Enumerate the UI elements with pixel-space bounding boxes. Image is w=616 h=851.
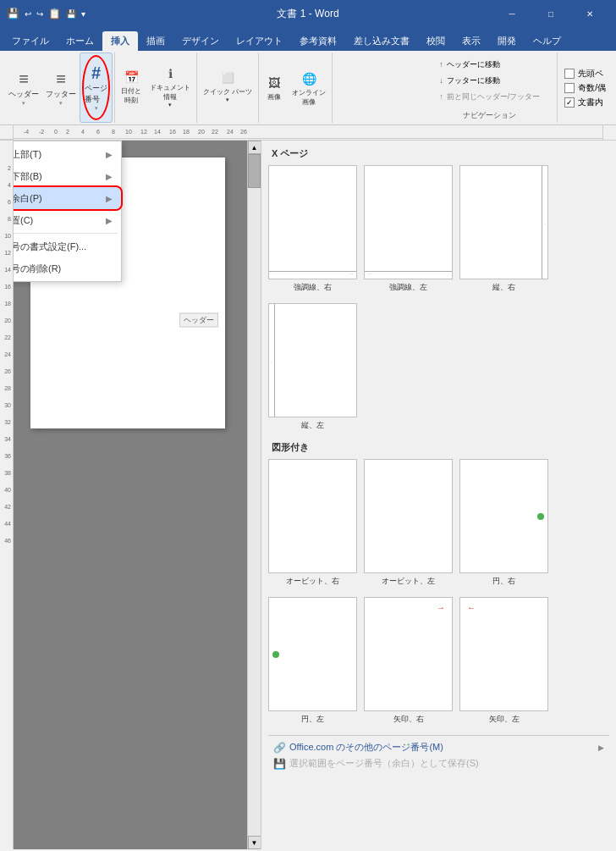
preview-thumb-arrow-left: ←	[459, 597, 548, 711]
tab-developer[interactable]: 開発	[489, 31, 525, 51]
save2-icon[interactable]: 💾	[66, 9, 76, 19]
main-content-area: 2 4 6 8 10 12 14 16 18 20 22 24 26 28 30…	[0, 141, 616, 849]
section-label-shapes: 図形付き	[268, 441, 609, 454]
ribbon-toolbar: ≡ ヘッダー ▾ ≡ フッター ▾ # ページ番号 ▾ 📅 日付と時刻 ℹ ドキ…	[0, 51, 616, 125]
title-bar: 💾 ↩ ↪ 📋 💾 ▾ 文書 1 - Word ─ □ ✕	[0, 0, 616, 27]
menu-page-top-label: ページの上部(T)	[14, 148, 41, 161]
tab-layout[interactable]: レイアウト	[228, 31, 291, 51]
submenu-arrow-2: ▶	[106, 172, 113, 181]
preview-label-orbit-right: オービット、右	[286, 576, 339, 587]
check-firstpage[interactable]: 先頭ペ	[564, 68, 606, 80]
goto-footer-button[interactable]: フッターに移動	[447, 75, 500, 86]
scrollbar-thumb[interactable]	[248, 154, 261, 188]
group-checkboxes: 先頭ペ 奇数/偶 文書内	[558, 52, 613, 123]
datetime-button[interactable]: 📅 日付と時刻	[118, 66, 144, 107]
docinfo-button[interactable]: ℹ ドキュメント情報 ▾	[147, 63, 193, 110]
submenu-arrow: ▶	[106, 150, 113, 159]
preview-label-kyocho-right: 強調線、右	[294, 282, 332, 293]
tab-references[interactable]: 参考資料	[291, 31, 345, 51]
page-number-button[interactable]: # ページ番号 ▾	[80, 52, 113, 123]
save-icon-footer: 💾	[273, 758, 286, 770]
tab-insert[interactable]: 挿入	[102, 31, 138, 51]
tab-help[interactable]: ヘルプ	[525, 31, 569, 51]
preview-item-circle-left[interactable]: 円、左	[268, 597, 357, 725]
scroll-up-button[interactable]: ▲	[248, 141, 261, 154]
redo-icon[interactable]: ↪	[36, 9, 43, 19]
document-canvas: ヘッダー 📄 ページの上部(T) ▶ 📄 ページの下部(B) ▶ 📄 ページの余…	[14, 141, 247, 849]
preview-grid-shapes2: 円、左 → 矢印、右 ← 矢印、左	[268, 597, 609, 725]
preview-thumb-tate-left: .	[268, 303, 357, 417]
undo-icon[interactable]: ↩	[25, 9, 31, 19]
page-section-label: X ページ	[268, 147, 609, 160]
window-controls[interactable]: ─ □ ✕	[492, 0, 609, 27]
preview-label-tate-right: 縦、右	[492, 282, 515, 293]
menu-page-margin-label: ページの余白(P)	[14, 192, 42, 205]
tab-draw[interactable]: 描画	[138, 31, 173, 51]
image-button[interactable]: 🖼 画像	[262, 72, 286, 103]
footer-menu-more-label: Office.com のその他のページ番号(M)	[289, 741, 443, 754]
group-header-footer: ≡ ヘッダー ▾ ≡ フッター ▾ # ページ番号 ▾	[3, 52, 115, 123]
preview-thumb-orbit-right	[268, 459, 357, 573]
group-datetime: 📅 日付と時刻 ℹ ドキュメント情報 ▾	[115, 52, 197, 123]
dropdown-arrow-icon[interactable]: ▾	[81, 9, 85, 19]
tab-review[interactable]: 校閲	[418, 31, 454, 51]
preview-grid-plain: ... 強調線、右 ... 強調線、左 .	[268, 165, 609, 293]
menu-page-margin[interactable]: 📄 ページの余白(P) ▶	[14, 187, 121, 209]
preview-thumb-tate-right: .	[459, 165, 548, 279]
menu-page-bottom[interactable]: 📄 ページの下部(B) ▶	[14, 165, 121, 187]
preview-label-tate-left: 縦、左	[301, 420, 324, 431]
check-docwidth-label: 文書内	[578, 97, 603, 108]
tab-file[interactable]: ファイル	[3, 31, 58, 51]
preview-item-kyocho-left[interactable]: ... 強調線、左	[364, 165, 453, 293]
group-quickparts: ⬜ クイック パーツ ▾	[197, 52, 259, 123]
quick-access-toolbar[interactable]: 💾 ↩ ↪ 📋 💾 ▾	[7, 8, 85, 19]
menu-page-format[interactable]: 📋 ページ番号の書式設定(F)...	[14, 235, 121, 257]
tab-view[interactable]: 表示	[454, 31, 489, 51]
quickparts-button[interactable]: ⬜ クイック パーツ ▾	[201, 67, 255, 105]
vertical-scrollbar[interactable]: ▲ ▼	[247, 141, 261, 849]
menu-current-position[interactable]: 📄 現在の位置(C) ▶	[14, 209, 121, 231]
minimize-button[interactable]: ─	[492, 0, 531, 27]
vertical-ruler: 2 4 6 8 10 12 14 16 18 20 22 24 26 28 30…	[0, 141, 14, 849]
tab-mailings[interactable]: 差し込み文書	[345, 31, 418, 51]
header-marker: ヘッダー	[179, 313, 218, 328]
tab-design[interactable]: デザイン	[173, 31, 228, 51]
footer-menu-save: 💾 選択範囲をページ番号（余白）として保存(S)	[268, 755, 609, 771]
preview-item-orbit-right[interactable]: オービット、右	[268, 459, 357, 587]
group-label-nav: ナビゲーション	[463, 108, 516, 123]
clipboard-icon[interactable]: 📋	[48, 8, 61, 19]
maximize-button[interactable]: □	[531, 0, 570, 27]
menu-page-format-label: ページ番号の書式設定(F)...	[14, 240, 86, 253]
tab-home[interactable]: ホーム	[58, 31, 102, 51]
preview-item-arrow-right[interactable]: → 矢印、右	[364, 597, 453, 725]
online-image-button[interactable]: 🌐 オンライン画像	[289, 68, 328, 108]
preview-item-circle-right[interactable]: 円、右	[459, 459, 548, 587]
menu-current-position-label: 現在の位置(C)	[14, 214, 33, 227]
checkbox-firstpage[interactable]	[564, 69, 575, 79]
close-button[interactable]: ✕	[570, 0, 609, 27]
checkbox-docwidth[interactable]	[564, 97, 575, 108]
group-images: 🖼 画像 🌐 オンライン画像	[259, 52, 333, 123]
preview-item-kyocho-right[interactable]: ... 強調線、右	[268, 165, 357, 293]
check-oddeven[interactable]: 奇数/偶	[564, 82, 606, 94]
menu-page-remove[interactable]: 🗑 ページ番号の削除(R)	[14, 257, 121, 279]
preview-item-tate-right[interactable]: . 縦、右	[459, 165, 548, 293]
menu-page-top[interactable]: 📄 ページの上部(T) ▶	[14, 143, 121, 165]
check-docwidth[interactable]: 文書内	[564, 97, 606, 108]
footer-menu-more[interactable]: 🔗 Office.com のその他のページ番号(M) ▶	[268, 739, 609, 755]
preview-thumb-kyocho-left: ...	[364, 165, 453, 279]
header-button[interactable]: ≡ ヘッダー ▾	[5, 52, 42, 123]
preview-label-arrow-left: 矢印、左	[489, 714, 520, 725]
menu-page-bottom-label: ページの下部(B)	[14, 170, 42, 183]
prev-section-button[interactable]: ↑前と同じヘッダー/フッター	[439, 91, 540, 103]
footer-button[interactable]: ≡ フッター ▾	[42, 52, 80, 123]
checkbox-oddeven[interactable]	[564, 83, 575, 93]
preview-item-tate-left[interactable]: . 縦、左	[268, 303, 357, 431]
preview-item-orbit-left[interactable]: オービット、左	[364, 459, 453, 587]
save-icon[interactable]: 💾	[7, 8, 19, 19]
arrow-icon: ▶	[598, 743, 604, 752]
scroll-down-button[interactable]: ▼	[248, 836, 261, 849]
goto-header-button[interactable]: ヘッダーに移動	[447, 59, 500, 70]
preview-item-arrow-left[interactable]: ← 矢印、左	[459, 597, 548, 725]
scrollbar-track[interactable]	[248, 154, 261, 836]
